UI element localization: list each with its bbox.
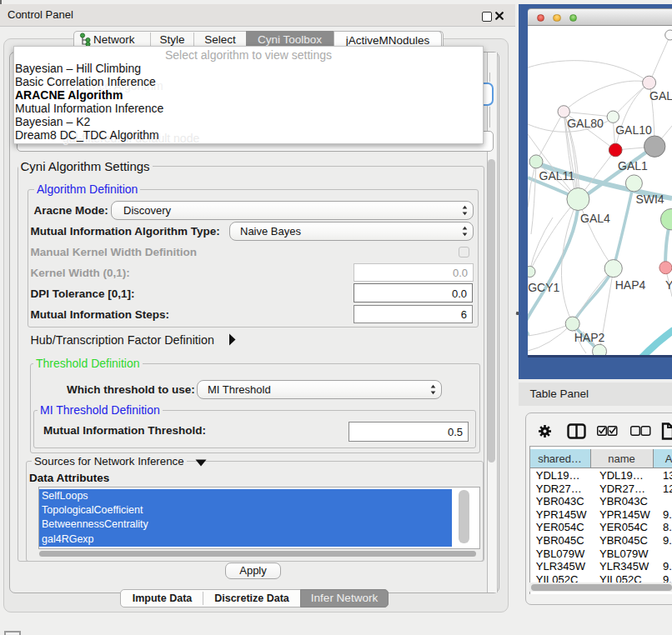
svg-text:GAL11: GAL11 bbox=[539, 169, 575, 182]
svg-text:GAL10: GAL10 bbox=[615, 123, 652, 137]
svg-text:YJ: YJ bbox=[665, 278, 672, 292]
svg-text:HAP2: HAP2 bbox=[574, 331, 605, 344]
svg-text:GCY1: GCY1 bbox=[528, 281, 559, 294]
svg-text:GAL4: GAL4 bbox=[580, 212, 610, 225]
svg-text:SWI4: SWI4 bbox=[635, 192, 664, 206]
svg-text:GAL1: GAL1 bbox=[618, 159, 648, 172]
svg-text:GAL80: GAL80 bbox=[567, 117, 604, 130]
svg-text:GAL2: GAL2 bbox=[649, 89, 672, 102]
svg-text:HAP4: HAP4 bbox=[615, 278, 646, 292]
